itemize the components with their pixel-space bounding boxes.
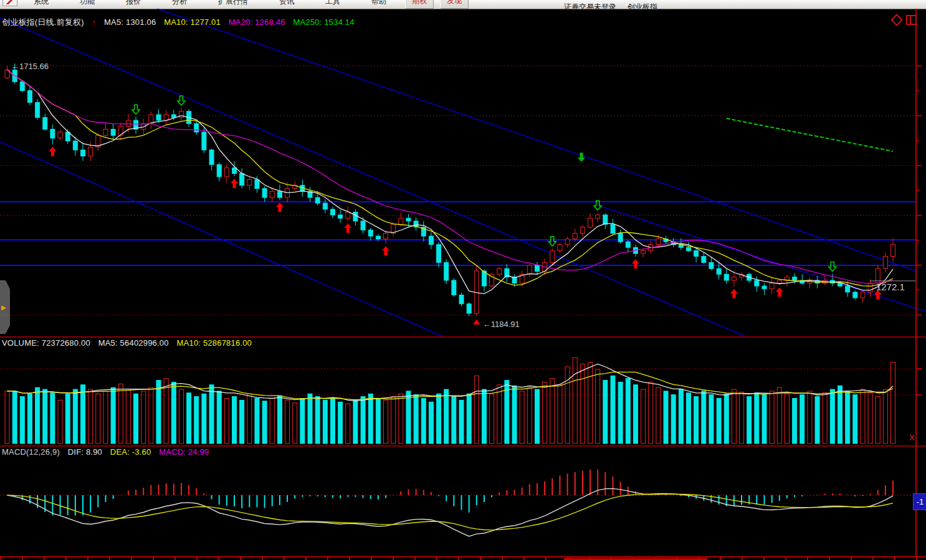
menu-item-analysis[interactable]: 分析	[172, 0, 187, 7]
buy-signal-arrow	[231, 179, 238, 188]
volume-bar	[224, 399, 229, 444]
ma250-line	[727, 118, 893, 151]
diamond-icon[interactable]	[890, 14, 903, 26]
candle	[171, 115, 176, 118]
volume-bar	[43, 389, 47, 444]
low-price-label: ←1184.91	[483, 320, 520, 329]
candle	[50, 129, 55, 138]
candle	[459, 295, 464, 303]
candle	[596, 215, 600, 218]
volume-bar	[777, 387, 781, 444]
candle	[164, 115, 168, 120]
candle	[247, 179, 252, 185]
menu-item-system[interactable]: 系统	[34, 0, 49, 7]
candle	[111, 129, 115, 135]
menu-item-extended-quotes[interactable]: 扩展行情	[218, 0, 248, 7]
split-window-icon[interactable]	[906, 15, 917, 25]
volume-bar	[596, 369, 600, 444]
volume-bar	[747, 397, 752, 444]
candle	[156, 115, 161, 120]
candles-layer	[5, 64, 895, 316]
volume-bar	[444, 389, 449, 444]
candle	[656, 239, 661, 245]
volume-bar	[353, 400, 358, 444]
candle	[535, 265, 540, 272]
low-marker-triangle	[473, 320, 480, 325]
panel-expand-handle[interactable]: ▶	[0, 280, 10, 334]
time-axis[interactable]	[0, 556, 926, 560]
volume-bar	[755, 393, 759, 444]
volume-ma10-line	[7, 372, 894, 399]
candle	[232, 168, 237, 173]
candle	[330, 209, 335, 215]
volume-bar	[421, 399, 426, 444]
candle	[687, 247, 691, 250]
candle	[717, 268, 721, 274]
macd-hist-layer	[7, 470, 894, 516]
volume-bar	[96, 394, 100, 444]
volume-bar	[527, 387, 532, 444]
volume-bar	[179, 389, 183, 444]
menu-item-tools[interactable]: 工具	[325, 0, 340, 7]
candle	[883, 257, 887, 269]
buy-signal-arrow	[382, 246, 389, 255]
candle	[611, 224, 615, 233]
panel-close-x[interactable]: X	[909, 433, 915, 442]
candle	[724, 274, 728, 280]
volume-bar	[603, 381, 608, 444]
candle	[550, 250, 555, 262]
menu-item-quotes[interactable]: 报价	[126, 0, 141, 7]
volume-bar	[853, 395, 857, 444]
candle	[58, 132, 62, 138]
menu-item-discover[interactable]: 发现	[440, 0, 469, 9]
menu-item-options[interactable]: 期权	[405, 0, 434, 9]
candle	[618, 233, 623, 242]
volume-bar	[285, 400, 290, 444]
volume-bar	[27, 394, 32, 444]
volume-bar	[293, 403, 297, 444]
volume-bar	[202, 394, 206, 444]
candle	[209, 150, 214, 164]
volume-panel[interactable]	[0, 336, 926, 445]
macd-panel[interactable]	[0, 445, 926, 556]
volume-bar	[580, 364, 585, 444]
sell-signal-arrow	[829, 262, 836, 272]
candle	[81, 150, 85, 156]
volume-bar	[732, 389, 736, 444]
trading-app: { "menu": { "items": ["系统","功能","报价","分析…	[0, 0, 926, 560]
candle	[497, 268, 502, 274]
volume-bar	[452, 397, 456, 444]
ma5-line	[7, 70, 894, 293]
volume-bar	[838, 386, 842, 444]
app-logo-icon[interactable]	[2, 0, 17, 6]
volume-bar	[270, 399, 274, 444]
volume-bar	[323, 400, 327, 444]
volume-bar	[240, 400, 244, 444]
volume-bar	[671, 395, 675, 444]
candle	[793, 277, 797, 280]
menu-item-functions[interactable]: 功能	[80, 0, 95, 7]
candle	[255, 179, 259, 188]
main-chart-panel[interactable]: ←1715.66←1184.911272.1	[0, 9, 926, 336]
volume-bar	[171, 382, 176, 444]
menu-item-news[interactable]: 资讯	[279, 0, 294, 7]
volume-bar	[36, 387, 40, 444]
volume-bar	[474, 376, 479, 444]
candle	[376, 236, 380, 239]
candle	[36, 102, 40, 117]
time-axis-ticks	[0, 558, 926, 560]
chart-title[interactable]: 创业板指(日线.前复权)	[2, 17, 84, 27]
trend-line	[0, 18, 745, 336]
volume-bar	[156, 381, 161, 444]
volume-bar	[512, 386, 517, 444]
volume-bars-layer	[5, 358, 895, 444]
candle	[853, 292, 857, 298]
dif-line	[7, 488, 894, 536]
volume-bar	[300, 399, 305, 444]
candle	[838, 283, 842, 287]
macd-header: MACD(12,26,9) DIF: 8.90 DEA: -3.60 MACD:…	[2, 447, 214, 457]
volume-bar	[209, 385, 214, 444]
volume-bar	[194, 397, 199, 444]
menu-item-help[interactable]: 帮助	[371, 0, 386, 7]
volume-bar	[724, 394, 728, 444]
